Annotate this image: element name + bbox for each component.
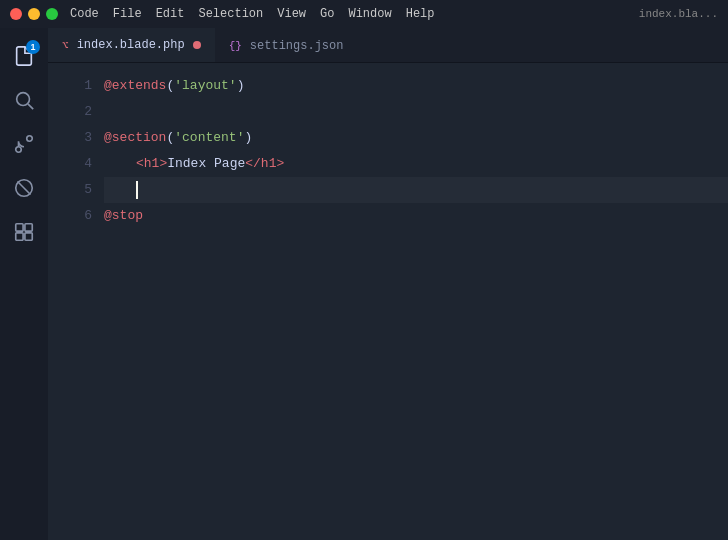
- paren-close2: ): [244, 125, 252, 151]
- svg-rect-6: [16, 224, 23, 231]
- code-line-5[interactable]: [104, 177, 728, 203]
- code-content[interactable]: @extends('layout') @section('content') <…: [100, 67, 728, 540]
- activity-bar: 1: [0, 28, 48, 540]
- svg-rect-9: [25, 233, 32, 240]
- menu-help[interactable]: Help: [406, 7, 435, 21]
- close-button[interactable]: [10, 8, 22, 20]
- activity-item-extensions[interactable]: [4, 168, 44, 208]
- blade-file-icon: ⌥: [62, 39, 69, 52]
- no-entry-icon: [13, 177, 35, 199]
- code-line-4: <h1>Index Page</h1>: [104, 151, 728, 177]
- window-title: index.bla...: [639, 8, 718, 20]
- text-cursor: [136, 181, 138, 199]
- h1-open: <h1>: [136, 151, 167, 177]
- app-layout: 1: [0, 28, 728, 540]
- search-icon: [13, 89, 35, 111]
- source-control-icon: [13, 133, 35, 155]
- blade-extends: @extends: [104, 73, 166, 99]
- minimize-button[interactable]: [28, 8, 40, 20]
- remote-icon: [13, 221, 35, 243]
- menu-window[interactable]: Window: [348, 7, 391, 21]
- code-line-1: @extends('layout'): [104, 73, 728, 99]
- menu-bar: Code File Edit Selection View Go Window …: [70, 7, 435, 21]
- activity-item-source-control[interactable]: [4, 124, 44, 164]
- paren-open: (: [166, 73, 174, 99]
- code-line-3: @section('content'): [104, 125, 728, 151]
- tab-json[interactable]: {} settings.json: [215, 28, 358, 62]
- activity-item-files[interactable]: 1: [4, 36, 44, 76]
- menu-go[interactable]: Go: [320, 7, 334, 21]
- traffic-lights: [10, 8, 58, 20]
- tabs-bar: ⌥ index.blade.php {} settings.json: [48, 28, 728, 63]
- h1-close: </h1>: [245, 151, 284, 177]
- line-numbers: 1 2 3 4 5 6: [48, 67, 100, 540]
- paren-close: ): [237, 73, 245, 99]
- section-arg: 'content': [174, 125, 244, 151]
- tab-blade[interactable]: ⌥ index.blade.php: [48, 28, 215, 62]
- svg-line-5: [18, 182, 31, 195]
- svg-rect-8: [16, 233, 23, 240]
- blade-section: @section: [104, 125, 166, 151]
- h1-text: Index Page: [167, 151, 245, 177]
- blade-stop: @stop: [104, 203, 143, 229]
- svg-point-3: [27, 136, 33, 142]
- paren-open2: (: [166, 125, 174, 151]
- maximize-button[interactable]: [46, 8, 58, 20]
- svg-rect-7: [25, 224, 32, 231]
- tab-dirty-indicator: [193, 41, 201, 49]
- menu-selection[interactable]: Selection: [198, 7, 263, 21]
- menu-file[interactable]: File: [113, 7, 142, 21]
- svg-line-1: [28, 104, 33, 109]
- svg-point-0: [17, 93, 30, 106]
- tab-json-label: settings.json: [250, 39, 344, 53]
- extends-arg: 'layout': [174, 73, 236, 99]
- titlebar: Code File Edit Selection View Go Window …: [0, 0, 728, 28]
- tab-blade-label: index.blade.php: [77, 38, 185, 52]
- svg-point-2: [16, 147, 22, 153]
- code-line-2: [104, 99, 728, 125]
- app-name: Code: [70, 7, 99, 21]
- activity-item-remote[interactable]: [4, 212, 44, 252]
- files-badge: 1: [26, 40, 40, 54]
- menu-edit[interactable]: Edit: [156, 7, 185, 21]
- activity-item-search[interactable]: [4, 80, 44, 120]
- code-editor[interactable]: 1 2 3 4 5 6 @extends('layout') @section(…: [48, 63, 728, 540]
- json-file-icon: {}: [229, 40, 242, 52]
- menu-view[interactable]: View: [277, 7, 306, 21]
- editor-area: ⌥ index.blade.php {} settings.json 1 2 3…: [48, 28, 728, 540]
- code-line-6: @stop: [104, 203, 728, 229]
